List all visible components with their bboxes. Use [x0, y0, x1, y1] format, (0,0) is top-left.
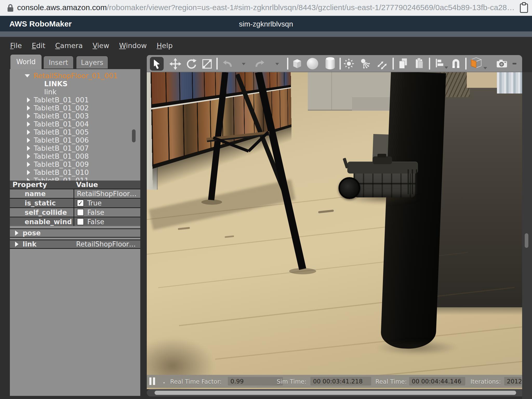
paste-icon[interactable] — [413, 57, 425, 69]
checkbox-unchecked[interactable] — [77, 209, 84, 216]
caret-right-icon[interactable] — [15, 242, 18, 247]
vertical-scrollbar-thumb[interactable] — [525, 233, 528, 248]
caret-right-icon[interactable] — [27, 122, 30, 127]
caret-right-icon[interactable] — [27, 130, 30, 135]
view-angle-dropdown-caret[interactable] — [483, 67, 487, 69]
scale-mode-icon[interactable] — [201, 58, 213, 70]
tree-item[interactable]: TabletB_01_002 — [10, 104, 140, 112]
menu-help[interactable]: Help — [157, 42, 173, 50]
tree-item-links-header[interactable]: LINKS — [10, 80, 140, 88]
tree-item[interactable]: TabletB_01_005 — [10, 128, 140, 136]
link-label: link — [23, 240, 37, 248]
property-row-self-collide[interactable]: self_collide False — [10, 207, 140, 217]
property-column-header: Property — [10, 181, 74, 189]
tree-item[interactable]: TabletB_01_003 — [10, 112, 140, 120]
insert-box-icon[interactable] — [291, 58, 303, 69]
redo-dropdown-caret[interactable] — [275, 63, 279, 65]
tree-item[interactable]: TabletB_01_009 — [10, 160, 140, 168]
robot-mid-band — [354, 183, 415, 184]
toolbar-separator — [287, 58, 288, 70]
property-row-enable-wind[interactable]: enable_wind False — [10, 217, 140, 226]
striped-wall — [497, 72, 522, 94]
caret-down-icon[interactable] — [25, 74, 30, 77]
copy-icon[interactable] — [397, 57, 409, 69]
horizontal-scrollbar[interactable] — [147, 389, 522, 396]
pillar-floor-shadow — [375, 340, 458, 355]
url-text[interactable]: console.aws.amazon.com/robomaker/viewer?… — [17, 3, 515, 12]
simulation-3d-canvas[interactable]: Real Time Factor: 0.99 Sim Time: 00 00:0… — [147, 72, 522, 389]
tree-item[interactable]: TabletB_01_001 — [10, 96, 140, 104]
caret-right-icon[interactable] — [27, 146, 30, 151]
menu-camera[interactable]: Camera — [55, 42, 83, 50]
screenshot-camera-icon[interactable] — [495, 58, 508, 69]
align-icon[interactable] — [434, 58, 445, 69]
property-value: False — [74, 208, 140, 217]
tree-item-label: LINKS — [44, 80, 68, 88]
pause-button[interactable] — [149, 377, 158, 385]
property-table-header: Property Value — [10, 181, 140, 189]
menu-edit[interactable]: Edit — [32, 42, 45, 50]
checkbox-checked[interactable]: ✓ — [77, 200, 84, 207]
tree-item-label: link — [44, 88, 57, 96]
tree-item[interactable]: TabletB_01_004 — [10, 120, 140, 128]
browser-url-bar[interactable]: console.aws.amazon.com/robomaker/viewer?… — [0, 0, 532, 16]
tab-layers[interactable]: Layers — [76, 56, 108, 69]
redo-icon[interactable] — [254, 58, 266, 70]
robot-lidar-knob — [377, 154, 386, 157]
clipboard-icon[interactable] — [519, 2, 529, 14]
scene-tree[interactable]: RetailShopFloor_01_001 LINKS link Tablet… — [10, 69, 140, 181]
caret-right-icon[interactable] — [27, 105, 30, 111]
directional-light-icon[interactable] — [376, 58, 388, 69]
caret-right-icon[interactable] — [27, 114, 30, 119]
tree-item[interactable]: TabletB_01_011 — [10, 176, 140, 181]
menu-window[interactable]: Window — [119, 42, 147, 50]
tree-item-link[interactable]: link — [10, 88, 140, 96]
sim-time-label: Sim Time: — [277, 378, 307, 385]
tree-item[interactable]: TabletB_01_007 — [10, 144, 140, 152]
insert-sphere-icon[interactable] — [307, 58, 318, 69]
tab-world[interactable]: World — [10, 54, 42, 69]
tree-scrollbar-thumb[interactable] — [132, 129, 136, 142]
horizontal-scrollbar-thumb[interactable] — [155, 391, 516, 395]
robot-wheel — [338, 177, 360, 199]
plank-seam — [215, 326, 522, 360]
toolbar-overflow-dash[interactable] — [513, 63, 516, 64]
rotate-mode-icon[interactable] — [186, 58, 197, 70]
insert-cylinder-icon[interactable] — [325, 57, 335, 69]
caret-right-icon[interactable] — [27, 154, 30, 159]
caret-right-icon[interactable] — [27, 170, 30, 175]
property-row-pose[interactable]: pose — [10, 228, 140, 238]
property-row-is-static[interactable]: is_static ✓ True — [10, 198, 140, 207]
view-angle-icon[interactable] — [469, 57, 483, 71]
undo-icon[interactable] — [222, 58, 233, 70]
property-label: self_collide — [10, 209, 74, 216]
align-dropdown-caret[interactable] — [444, 66, 448, 69]
caret-right-icon[interactable] — [27, 162, 30, 167]
robot-lidar — [373, 156, 392, 164]
menu-view[interactable]: View — [92, 42, 109, 50]
spot-light-icon[interactable] — [360, 58, 371, 69]
url-host: console.aws.amazon.com — [17, 3, 107, 12]
tree-item[interactable]: TabletB_01_010 — [10, 168, 140, 176]
snap-magnet-icon[interactable] — [450, 58, 462, 69]
select-mode-icon[interactable] — [150, 57, 164, 71]
menu-file[interactable]: File — [10, 42, 22, 50]
tree-item-root[interactable]: RetailShopFloor_01_001 — [10, 72, 140, 80]
tab-insert[interactable]: Insert — [43, 56, 74, 69]
caret-right-icon[interactable] — [27, 178, 30, 181]
property-row-name[interactable]: name RetailShopFloor… — [10, 189, 140, 198]
tree-item[interactable]: TabletB_01_006 — [10, 136, 140, 144]
tan-wall — [467, 72, 497, 88]
caret-right-icon[interactable] — [27, 138, 30, 143]
toolbar-separator — [340, 58, 341, 70]
property-value: RetailShopFloor… — [74, 240, 140, 248]
checkbox-unchecked[interactable] — [77, 218, 84, 225]
tree-item[interactable]: TabletB_01_008 — [10, 152, 140, 160]
property-value: False — [74, 217, 140, 226]
caret-right-icon[interactable] — [15, 230, 18, 236]
translate-mode-icon[interactable] — [170, 58, 181, 70]
caret-right-icon[interactable] — [27, 97, 30, 103]
property-row-link[interactable]: link RetailShopFloor… — [10, 240, 140, 249]
undo-dropdown-caret[interactable] — [242, 63, 245, 65]
point-light-icon[interactable] — [343, 58, 355, 69]
